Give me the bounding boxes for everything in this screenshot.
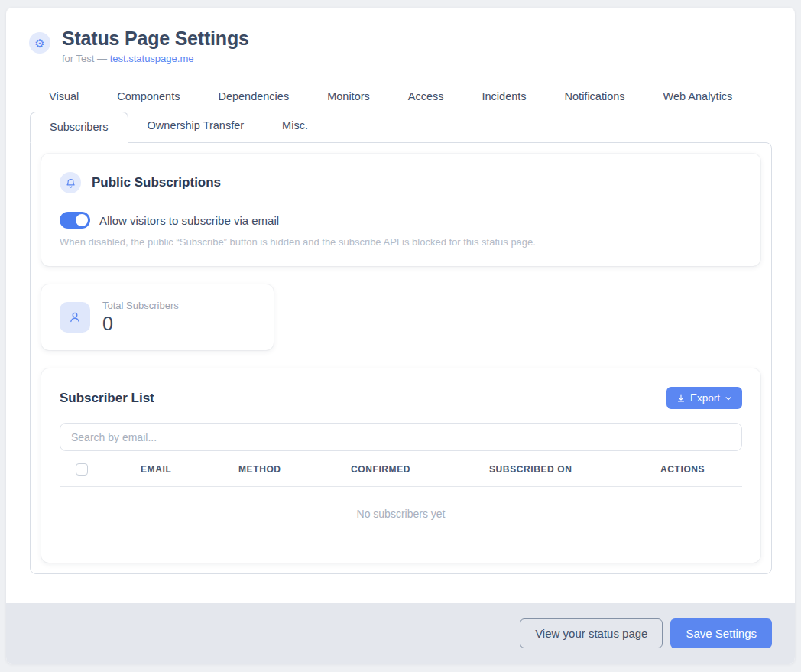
tab-access[interactable]: Access <box>389 83 463 110</box>
tab-dependencies[interactable]: Dependencies <box>199 83 308 110</box>
subscribe-helper-text: When disabled, the public “Subscribe” bu… <box>60 236 742 248</box>
tab-web-analytics[interactable]: Web Analytics <box>644 83 752 110</box>
tab-ownership-transfer[interactable]: Ownership Transfer <box>128 112 264 142</box>
tab-incidents[interactable]: Incidents <box>463 83 546 110</box>
status-page-link[interactable]: test.statuspage.me <box>110 53 194 64</box>
subscribers-tab-panel: Public Subscriptions Allow visitors to s… <box>30 142 772 574</box>
search-input[interactable] <box>60 423 742 451</box>
subscriber-table-header: EMAIL METHOD CONFIRMED SUBSCRIBED ON ACT… <box>60 463 742 487</box>
tab-misc[interactable]: Misc. <box>263 112 327 142</box>
view-status-page-button[interactable]: View your status page <box>520 618 663 648</box>
bell-icon <box>60 172 81 193</box>
tab-notifications[interactable]: Notifications <box>546 83 644 110</box>
tabs: Visual Components Dependencies Monitors … <box>30 83 772 142</box>
total-subscribers-value: 0 <box>102 313 179 335</box>
tab-visual[interactable]: Visual <box>30 83 98 110</box>
total-subscribers-card: Total Subscribers 0 <box>41 284 274 350</box>
empty-state-text: No subscribers yet <box>60 487 742 544</box>
subscriber-list-title: Subscriber List <box>60 391 154 406</box>
subscribe-toggle[interactable] <box>60 212 90 229</box>
total-subscribers-label: Total Subscribers <box>102 300 179 311</box>
page-subtitle: for Test — test.statuspage.me <box>62 53 249 64</box>
tab-row-1: Visual Components Dependencies Monitors … <box>30 83 772 110</box>
chevron-down-icon <box>725 394 732 402</box>
person-icon <box>60 302 90 333</box>
page-title: Status Page Settings <box>62 28 249 50</box>
column-method: METHOD <box>238 464 351 475</box>
column-confirmed: CONFIRMED <box>351 464 489 475</box>
export-button-label: Export <box>690 392 720 404</box>
page-header: ⚙ Status Page Settings for Test — test.s… <box>6 8 795 64</box>
tab-monitors[interactable]: Monitors <box>308 83 389 110</box>
tab-row-2: Subscribers Ownership Transfer Misc. <box>30 112 772 142</box>
select-all-checkbox[interactable] <box>76 463 88 476</box>
footer-action-bar: View your status page Save Settings <box>6 603 795 664</box>
tab-subscribers[interactable]: Subscribers <box>30 112 128 143</box>
save-settings-button[interactable]: Save Settings <box>670 618 772 648</box>
export-button[interactable]: Export <box>666 387 742 409</box>
column-subscribed-on: SUBSCRIBED ON <box>489 464 660 475</box>
column-email: EMAIL <box>141 464 238 475</box>
subtitle-prefix: for Test — <box>62 53 110 64</box>
column-actions: ACTIONS <box>660 464 742 475</box>
public-subscriptions-title: Public Subscriptions <box>92 175 221 190</box>
subscribe-toggle-label: Allow visitors to subscribe via email <box>99 214 279 227</box>
tab-components[interactable]: Components <box>98 83 199 110</box>
settings-window: ⚙ Status Page Settings for Test — test.s… <box>6 8 795 664</box>
subscriber-list-card: Subscriber List Export <box>41 368 760 563</box>
download-icon <box>676 394 686 403</box>
public-subscriptions-card: Public Subscriptions Allow visitors to s… <box>41 154 760 266</box>
page-heading-group: Status Page Settings for Test — test.sta… <box>62 28 249 64</box>
gear-icon: ⚙ <box>29 32 50 54</box>
